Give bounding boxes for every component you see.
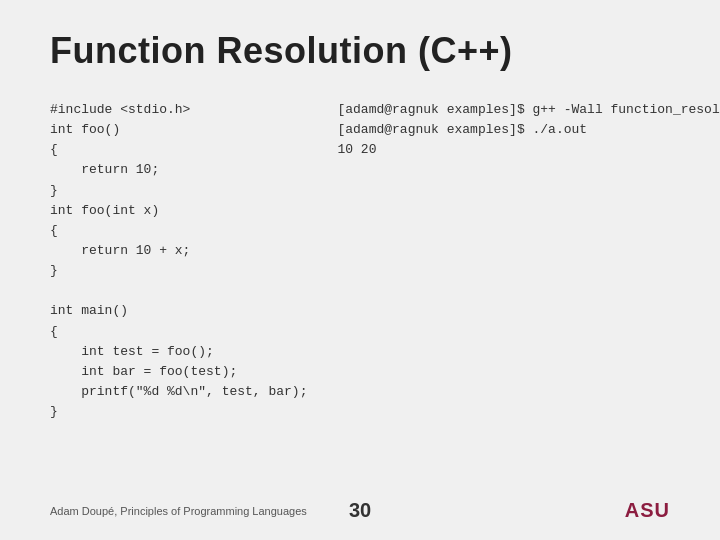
terminal-line2: [adamd@ragnuk examples]$ ./a.out bbox=[337, 122, 587, 137]
code-brace5: { bbox=[50, 324, 58, 339]
asu-label: ASU bbox=[625, 499, 670, 522]
code-main: int main() bbox=[50, 303, 128, 318]
content-area: #include <stdio.h> int foo() { return 10… bbox=[50, 100, 670, 422]
terminal-block: [adamd@ragnuk examples]$ g++ -Wall funct… bbox=[337, 100, 720, 422]
terminal-line1: [adamd@ragnuk examples]$ g++ -Wall funct… bbox=[337, 102, 720, 117]
footer: Adam Doupé, Principles of Programming La… bbox=[50, 499, 670, 522]
terminal-line3: 10 20 bbox=[337, 142, 376, 157]
code-brace2: } bbox=[50, 183, 58, 198]
code-foo2: int foo(int x) bbox=[50, 203, 159, 218]
footer-page-number: 30 bbox=[349, 499, 371, 522]
code-brace3: { bbox=[50, 223, 58, 238]
asu-logo: ASU bbox=[625, 499, 670, 522]
code-brace1: { bbox=[50, 142, 58, 157]
code-printf: printf("%d %d\n", test, bar); bbox=[50, 384, 307, 399]
slide: Function Resolution (C++) #include <stdi… bbox=[0, 0, 720, 540]
code-include: #include <stdio.h> bbox=[50, 102, 190, 117]
code-return1: return 10; bbox=[50, 162, 159, 177]
code-brace6: } bbox=[50, 404, 58, 419]
footer-attribution: Adam Doupé, Principles of Programming La… bbox=[50, 505, 307, 517]
code-bar: int bar = foo(test); bbox=[50, 364, 237, 379]
code-block: #include <stdio.h> int foo() { return 10… bbox=[50, 100, 307, 422]
code-brace4: } bbox=[50, 263, 58, 278]
code-test: int test = foo(); bbox=[50, 344, 214, 359]
code-return2: return 10 + x; bbox=[50, 243, 190, 258]
slide-title: Function Resolution (C++) bbox=[50, 30, 670, 72]
code-foo1: int foo() bbox=[50, 122, 120, 137]
